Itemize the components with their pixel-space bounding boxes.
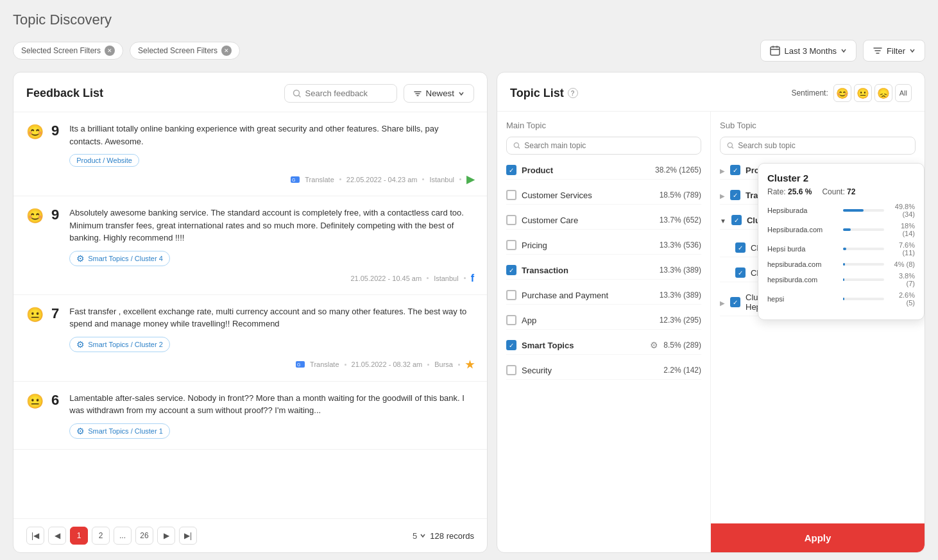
- sub-checkbox-transaction-all[interactable]: [730, 190, 740, 200]
- filter-chips: Selected Screen Filters ✕ Selected Scree…: [13, 42, 240, 60]
- sub-topic-search-input[interactable]: [738, 141, 908, 150]
- cluster2-bar-val-4: 4% (8): [889, 260, 915, 268]
- search-feedback-input[interactable]: [305, 89, 389, 98]
- filter-chip-2-close[interactable]: ✕: [221, 46, 232, 56]
- sub-checkbox-clu1[interactable]: [731, 215, 742, 225]
- cluster2-bar-label-6: hepsi: [767, 295, 838, 303]
- topic-checkbox-transaction[interactable]: [506, 265, 516, 275]
- sub-search-icon: [727, 142, 734, 149]
- meta-date-2: 21.05.2022 - 10.45 am: [350, 275, 422, 282]
- filter-chip-2[interactable]: Selected Screen Filters ✕: [130, 42, 240, 60]
- chevron-down-icon: [840, 47, 847, 54]
- filter-chip-1-label: Selected Screen Filters: [21, 46, 101, 55]
- page-btn-1[interactable]: 1: [70, 527, 88, 545]
- filter-chip-1[interactable]: Selected Screen Filters ✕: [13, 42, 123, 60]
- page-btn-2[interactable]: 2: [92, 527, 110, 545]
- main-topic-row-purchase: Purchase and Payment 13.3% (389): [506, 286, 701, 305]
- sub-checkbox-clu2[interactable]: [735, 242, 746, 253]
- expand-arrow-transaction[interactable]: ▶: [720, 192, 725, 199]
- feedback-content-1: Its a brilliant totally online banking e…: [69, 123, 474, 167]
- expand-arrow-product[interactable]: ▶: [720, 167, 725, 174]
- sentiment-all-btn[interactable]: All: [895, 84, 912, 102]
- topic-pct-app: 12.3% (295): [660, 316, 701, 325]
- sub-checkbox-clu3[interactable]: [735, 267, 746, 278]
- apply-button[interactable]: Apply: [711, 523, 925, 552]
- sort-chevron-icon: [458, 90, 465, 97]
- cluster2-bar-2: Hepsiburada.com 18% (14): [767, 222, 915, 237]
- expand-arrow-clu1[interactable]: ▼: [720, 217, 726, 225]
- page-first-btn[interactable]: |◀: [26, 527, 44, 545]
- feedback-tag-4[interactable]: ⚙ Smart Topics / Cluster 1: [69, 423, 170, 439]
- filter-icon: [873, 46, 883, 56]
- filter-button[interactable]: Filter: [863, 40, 925, 62]
- cluster2-bar-fill-5: [843, 278, 844, 281]
- top-right-controls: Last 3 Months Filter: [760, 40, 925, 62]
- topic-checkbox-security[interactable]: [506, 365, 516, 375]
- page-last-btn[interactable]: ▶|: [179, 527, 197, 545]
- filter-label: Filter: [887, 46, 905, 56]
- cluster2-bar-fill-3: [843, 248, 846, 250]
- topic-pct-transaction: 13.3% (389): [660, 266, 701, 275]
- topic-checkbox-pricing[interactable]: [506, 240, 516, 250]
- feedback-tag-1[interactable]: Product / Website: [69, 154, 139, 167]
- topic-checkbox-purchase[interactable]: [506, 290, 516, 300]
- feedback-tag-2[interactable]: ⚙ Smart Topics / Cluster 4: [69, 251, 170, 266]
- feedback-item-2-top: 😊 9 Absolutely awesome banking service. …: [26, 207, 474, 266]
- meta-dot-3: [459, 178, 461, 180]
- meta-dot-8: [458, 364, 460, 366]
- topic-checkbox-app[interactable]: [506, 315, 516, 325]
- expand-arrow-clu4[interactable]: ▶: [720, 300, 725, 307]
- cluster2-bar-val-2: 18% (14): [889, 222, 915, 237]
- svg-text:G: G: [297, 362, 300, 367]
- main-topic-row-smart-topics: Smart Topics ⚙ 8.5% (289): [506, 336, 701, 355]
- tag-label-2: Smart Topics / Cluster 4: [88, 255, 163, 262]
- feedback-tag-3[interactable]: ⚙ Smart Topics / Cluster 2: [69, 337, 170, 352]
- cluster2-bar-label-1: Hepsiburada: [767, 207, 838, 214]
- topic-pct-pricing: 13.3% (536): [660, 241, 701, 250]
- main-topic-search-input[interactable]: [524, 141, 694, 150]
- filter-chevron-icon: [909, 47, 916, 54]
- feedback-item-4-top: 😐 6 Lamentable after-sales service. Nobo…: [26, 392, 474, 439]
- platform-icon-3: ★: [465, 359, 474, 371]
- feedback-meta-1: G Translate 22.05.2022 - 04.23 am Istanb…: [26, 173, 474, 185]
- topic-name-smart-topics: Smart Topics: [522, 341, 642, 350]
- sub-topic-search[interactable]: [720, 137, 916, 155]
- cluster2-bar-val-6: 2.6% (5): [889, 291, 915, 307]
- search-feedback-box[interactable]: [284, 84, 397, 103]
- filter-chip-1-close[interactable]: ✕: [105, 46, 115, 56]
- cluster2-bar-track-6: [843, 298, 884, 300]
- page-btn-26[interactable]: 26: [135, 527, 153, 545]
- topic-checkbox-smart-topics[interactable]: [506, 340, 516, 350]
- meta-city-3: Bursa: [434, 361, 453, 368]
- topic-header: Topic List ? Sentiment: 😊 😐 😞 All: [497, 72, 925, 112]
- topic-panel: Topic List ? Sentiment: 😊 😐 😞 All Mai: [497, 72, 925, 553]
- sentiment-neutral-btn[interactable]: 😐: [854, 84, 872, 102]
- feedback-text-1: Its a brilliant totally online banking e…: [69, 123, 474, 148]
- meta-dot-4: [427, 277, 429, 279]
- feedback-meta-3: G Translate 21.05.2022 - 08.32 am Bursa …: [26, 359, 474, 371]
- page-next-btn[interactable]: ▶: [157, 527, 175, 545]
- cluster2-bar-1: Hepsiburada 49.8% (34): [767, 203, 915, 218]
- main-topic-search[interactable]: [506, 137, 701, 155]
- sentiment-happy-btn[interactable]: 😊: [833, 84, 851, 102]
- date-range-button[interactable]: Last 3 Months: [760, 40, 857, 62]
- info-icon[interactable]: ?: [568, 88, 578, 98]
- feedback-text-3: Fast transfer , excellent exchange rate,…: [69, 305, 474, 330]
- sort-button[interactable]: Newest: [404, 84, 474, 103]
- page-prev-btn[interactable]: ◀: [48, 527, 66, 545]
- topic-checkbox-product[interactable]: [506, 165, 516, 175]
- cluster2-bar-fill-4: [843, 263, 845, 266]
- feedback-item-3: 😐 7 Fast transfer , excellent exchange r…: [13, 295, 487, 382]
- cluster2-bar-5: hepsiburda.com 3.8% (7): [767, 272, 915, 287]
- sentiment-label: Sentiment:: [791, 89, 828, 98]
- topic-checkbox-customer-care[interactable]: [506, 215, 516, 225]
- sub-checkbox-product-all[interactable]: [730, 165, 740, 175]
- topic-name-security: Security: [522, 366, 658, 375]
- cluster2-bar-track-1: [843, 209, 884, 212]
- topic-checkbox-customer-services[interactable]: [506, 190, 516, 200]
- per-page-selector[interactable]: 5: [413, 531, 426, 541]
- sentiment-sad-btn[interactable]: 😞: [874, 84, 892, 102]
- sub-checkbox-clu4[interactable]: [730, 297, 740, 307]
- per-page-chevron: [420, 532, 426, 539]
- meta-dot-1: [339, 178, 341, 180]
